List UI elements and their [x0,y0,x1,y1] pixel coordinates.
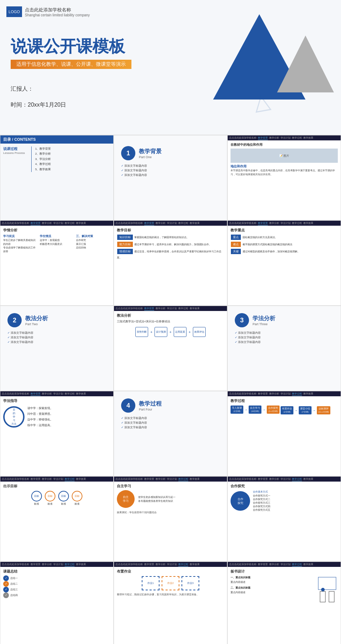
nav-bar-5c: 总点击此处添加学校名称 教学背景 教学分析 学法计划 教学过程 教学效果 [228,477,341,482]
exhibit-item-1: 目标 标准 [31,491,42,506]
blackboard-text: 一、重点知识标题 重点内容描述 二、重点知识标题 重点内容描述 [231,575,314,605]
knowledge-desc: 掌握固柱截交线的画法，了解固球前柱的知识点。 [134,236,189,238]
cooperative-circle: 合作探究 [231,491,250,511]
slide-teaching-process: 总点击此处添加学校名称 教学背景 教学分析 学法计划 教学过程 教学效果 教学过… [227,391,341,476]
nav-bar-4a: 总点击此处添加学校名称 教学背景 教学分析 学法计划 教学过程 教学效果 [0,391,113,396]
process-sub: Lessons Process [3,151,31,155]
l-item-1: 学生已初步了解相关基础知识的内容 [3,238,38,246]
guide-3: 边中学：矫错强化。 [27,417,53,423]
slides-row-4: 总点击此处添加学校名称 教学背景 教学分析 学法计划 教学过程 教学效果 学法指… [0,391,341,476]
toc-body: 说课过程 Lessons Process 1、教学背景 2、教学分析 3、学法分… [0,144,113,175]
knowledge-tag: 知识目标 [117,235,133,240]
proc-step-2: 自主学习(10分钟) → [249,406,266,414]
slides-row-1: 目录 / CONTENTS 说课过程 Lessons Process 1、教学背… [0,135,341,220]
part-one-item3: 添加文字标题内容 [121,173,220,178]
exhibit-item-3: 目标 标准 [58,491,69,506]
part-three-title: 学法分析 [253,315,275,322]
emotion-goal: 情感目标 通过交流，培养学生的数学思维，合作意识以及严谨遵守纪律的良好学习工作态… [117,248,224,259]
teaching-bg-left-title: 地位和作用 [231,164,338,169]
part-three-num: 3 [240,317,244,324]
key-desc: 固柱截交线的分析方法及画法。 [243,236,338,239]
homework-desc: 整理学习笔记，熟练记忆操作步骤，复习巩固所学知识，为展示课堂准备。 [117,592,224,596]
reporter-label: 汇报人： [11,85,33,93]
part-four-header: 4 教学过程 Part Four [114,391,227,416]
diff-desc: 截平面的摆置方式固柱截交线的截交线的画法 [243,243,338,246]
self-learning-title: 自主学习 [117,484,224,489]
learning-analysis-content: 学情分析 学习状况 学生已初步了解相关基础知识的内容 专业必须学了解基础知识工作… [0,226,113,305]
part-one-items: 添加文字标题内容 添加文字标题内容 添加文字标题内容 [114,164,227,177]
teaching-bg-left-text: 本节课是高中数学必修中，也是高考的重点内容，在高考数学中属于重要考点。通过本节课… [231,169,338,176]
teaching-bg-content: 在教材中的地位和作用 📝 图片 地位和作用 本节课是高中数学必修中，也是高考的重… [228,140,341,220]
learning-col-3: 三、解决对策 合作研究 展示汇报 总结归纳 [76,234,110,253]
part-one-sub: Part One [139,155,162,159]
svg-rect-2 [329,591,334,602]
cooperative-content: 合作探究 合作探究 合作基本方式 合作探究方式一 合作探究方式二 合作探究方式三… [228,482,341,561]
learning-analysis-title: 学情分析 [3,228,110,233]
exhibit-item-2: 目标 标准 [45,491,55,506]
nav-tab-active: 教学背景 [258,136,268,140]
guide-2: 问中思：查疑辨惑。 [27,411,53,417]
circle-diagram: 目的学习方法 [3,406,25,428]
l-item-2: 专业必须学了解基础知识工作所带 [3,246,38,253]
study-guide-body: 目的学习方法 读中学：探索发现。 问中思：查疑辨惑。 边中学：矫错强化。 练中学… [3,406,110,428]
slide-cooperative: 总点击此处添加学校名称 教学背景 教学分析 学法计划 教学过程 教学效果 合作探… [227,476,341,562]
toc-item-5: 5、教学效果 [35,167,51,172]
part-two-header: 2 教法分析 Part Two [0,306,113,331]
part-three-items: 添加文字标题内容 添加文字标题内容 添加文字标题内容 [228,331,341,344]
nav-bar-3b: 总点击此处添加学校名称 教学背景 教学分析 学法计划 教学过程 教学效果 [114,306,227,311]
self-learning-circle: 自主学习 [117,490,135,508]
guide-1: 读中学：探索发现。 [27,406,53,411]
diff-row: 难点 截平面的摆置方式固柱截交线的截交线的画法 [231,241,338,247]
nav-tab-5: 教学效果 [303,136,313,140]
exhibit-title: 出示目标 [3,484,110,489]
part-four-sub: Part Four [139,408,162,411]
self-learning-content: 自主学习 自主学习 使学生初步感知新知识从而引起一 各专题能查找各类学生相关知识… [114,482,227,561]
summary-content: 课题总结 ✓ 总结一 ✓ 总结二 ✓ 总结三 ✓ 总结四 [0,567,113,644]
part-four-num: 4 [126,402,130,409]
homework-content: 布置作业 作业1 作业2 作业3 整理学习笔记，熟练记忆操作步骤，复习巩固所学知… [114,567,227,644]
step-4: 效果评估 [193,327,206,337]
summary-title: 课题总结 [3,569,110,574]
teaching-bg-subtitle: 在教材中的地位和作用 [231,143,338,147]
part-two-circle: 2 [7,313,22,327]
part-one-num: 1 [126,150,130,157]
step-3: 运用延展 [174,327,186,337]
svg-rect-0 [318,577,336,590]
part-one-circle: 1 [121,146,135,160]
slide-toc: 目录 / CONTENTS 说课过程 Lessons Process 1、教学背… [0,135,114,220]
nav-bar-2a: 总点击此处添加学校名称 教学背景 教学分析 学法计划 教学过程 教学效果 [0,221,113,226]
diff-tag: 难点 [231,242,241,247]
self-learning-bottom: 效果测试：学生抢答和个别问题结合 [117,511,224,514]
slide-part-three: 3 学法分析 Part Three 添加文字标题内容 添加文字标题内容 添加文字… [227,306,341,391]
arrow-1: + [150,330,152,334]
slide-lesson-summary: 总点击此处添加学校名称 教学背景 教学分析 学法计划 教学过程 教学效果 课题总… [0,562,114,644]
slide-part-four: 4 教学过程 Part Four 添加文字标题内容 添加文字标题内容 添加文字标… [114,391,227,476]
slides-row-2: 总点击此处添加学校名称 教学背景 教学分析 学法计划 教学过程 教学效果 学情分… [0,220,341,306]
blackboard-content: 板书设计 一、重点知识标题 重点内容描述 二、重点知识标题 重点内容描述 [228,567,341,644]
slide-teaching-bg: 总点击此处添加学校名称 教学背景 教学分析 学法计划 教学过程 教学效果 在教材… [227,135,341,220]
arrow-2: + [169,330,172,334]
self-learning-desc: 使学生初步感知新知识从而引起一 各专题能查找各类学生相关知识 [138,495,224,503]
learning-col-2: 学生情况 边学中：发现疑惑 积极思考大问题意识 [40,234,74,253]
key-title: 教学重点 [231,228,338,233]
part-one-header: 1 教学背景 Part One [114,135,227,164]
crit-desc: 通过对模型的观察及动手操作，加深对截交线理解。 [243,250,338,253]
homework-title: 布置作业 [117,569,224,574]
nav-bar-1: 总点击此处添加学校名称 教学背景 教学分析 学法计划 教学过程 教学效果 [228,135,341,140]
study-guide-items: 读中学：探索发现。 问中思：查疑辨惑。 边中学：矫错强化。 练中学：运用提高。 [27,406,53,428]
ability-desc: 通过本节课的学习，提高学生分析、解决问题的能力，加强团队合作。 [134,243,211,246]
teaching-bg-desc: 地位和作用 本节课是高中数学必修中，也是高考的重点内容，在高考数学中属于重要考点… [231,164,338,176]
slide-part-one: 1 教学背景 Part One 添加文字标题内容 添加文字标题内容 添加文字标题… [114,135,227,220]
knowledge-goal: 知识目标 掌握固柱截交线的画法，了解固球前柱的知识点。 [117,234,224,240]
nav-school-2a: 总点击此处添加学校名称 [2,221,29,225]
ability-tag: 能力目标 [117,242,133,247]
step-2: 设计预测 [155,327,167,337]
logo-area: LOGO 点击此处添加学校名称 Shanghai certain limited… [6,6,90,17]
toc-item-3: 3、学法分析 [35,157,51,162]
toc-item-2: 2、教学分析 [35,151,51,156]
cooperative-body: 合作探究 合作基本方式 合作探究方式一 合作探究方式二 合作探究方式三 合作探究… [231,490,338,512]
arrow-3: + [189,330,191,334]
part-one-item2: 添加文字标题内容 [121,168,220,173]
cooperative-title: 合作探究 [231,484,338,489]
slide-teaching-method: 总点击此处添加学校名称 教学背景 教学分析 学法计划 教学过程 教学效果 教法分… [114,306,227,391]
